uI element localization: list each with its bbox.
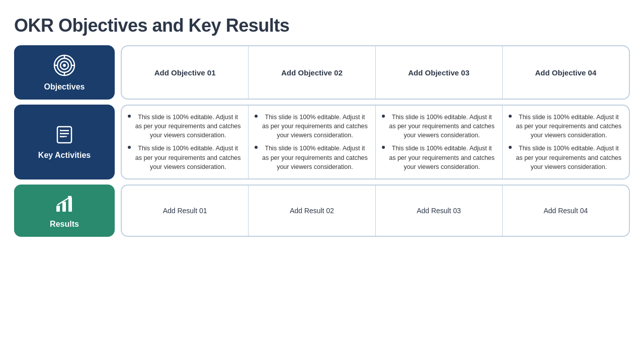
key-activities-label-cell: Key Activities	[14, 105, 115, 179]
target-icon	[52, 53, 76, 77]
results-data-cells: Add Result 01 Add Result 02 Add Result 0…	[121, 185, 630, 237]
list-item: This slide is 100% editable. Adjust it a…	[509, 144, 623, 171]
chart-icon	[53, 193, 75, 215]
results-label-cell: Results	[14, 185, 115, 237]
key-activities-label: Key Activities	[38, 151, 91, 160]
list-icon	[53, 124, 75, 146]
results-row: Results Add Result 01 Add Result 02 Add …	[14, 185, 630, 237]
bullet-dot	[382, 146, 385, 149]
bullet-dot	[509, 115, 512, 118]
key-activity-02-cell: This slide is 100% editable. Adjust it a…	[249, 106, 375, 178]
objective-02-cell: Add Objective 02	[249, 46, 375, 99]
key-activity-01-cell: This slide is 100% editable. Adjust it a…	[122, 106, 249, 178]
objectives-row: Objectives Add Objective 01 Add Objectiv…	[14, 45, 630, 100]
objectives-label-cell: Objectives	[14, 45, 115, 100]
objective-01-cell: Add Objective 01	[122, 46, 249, 99]
grid: Objectives Add Objective 01 Add Objectiv…	[14, 45, 630, 352]
key-activity-03-cell: This slide is 100% editable. Adjust it a…	[376, 106, 503, 178]
list-item: This slide is 100% editable. Adjust it a…	[128, 113, 242, 140]
bullet-dot	[255, 146, 258, 149]
result-03-cell: Add Result 03	[376, 186, 503, 236]
svg-rect-18	[56, 206, 60, 212]
result-04-cell: Add Result 04	[503, 186, 629, 236]
list-item: This slide is 100% editable. Adjust it a…	[382, 113, 496, 140]
bullet-dot	[255, 115, 258, 118]
results-label: Results	[50, 220, 79, 229]
svg-rect-8	[57, 127, 71, 143]
bullet-dot	[128, 146, 131, 149]
key-activity-04-cell: This slide is 100% editable. Adjust it a…	[503, 106, 629, 178]
svg-point-3	[63, 64, 66, 67]
list-item: This slide is 100% editable. Adjust it a…	[255, 113, 369, 140]
list-item: This slide is 100% editable. Adjust it a…	[128, 144, 242, 171]
svg-rect-20	[68, 198, 72, 212]
list-item: This slide is 100% editable. Adjust it a…	[382, 144, 496, 171]
objectives-data-cells: Add Objective 01 Add Objective 02 Add Ob…	[121, 45, 630, 100]
page: OKR Objectives and Key Results	[0, 0, 644, 362]
objective-04-cell: Add Objective 04	[503, 46, 629, 99]
result-01-cell: Add Result 01	[122, 186, 249, 236]
key-activities-data-cells: This slide is 100% editable. Adjust it a…	[121, 105, 630, 179]
bullet-dot	[128, 115, 131, 118]
bullet-dot	[382, 115, 385, 118]
list-item: This slide is 100% editable. Adjust it a…	[255, 144, 369, 171]
list-item: This slide is 100% editable. Adjust it a…	[509, 113, 623, 140]
svg-rect-19	[62, 202, 66, 212]
svg-rect-12	[60, 130, 61, 131]
bullet-dot	[509, 146, 512, 149]
objective-03-cell: Add Objective 03	[376, 46, 503, 99]
objectives-label: Objectives	[44, 82, 85, 92]
svg-rect-14	[60, 136, 61, 137]
key-activities-row: Key Activities This slide is 100% editab…	[14, 105, 630, 179]
page-title: OKR Objectives and Key Results	[14, 15, 630, 36]
result-02-cell: Add Result 02	[249, 186, 375, 236]
svg-rect-13	[60, 133, 61, 134]
